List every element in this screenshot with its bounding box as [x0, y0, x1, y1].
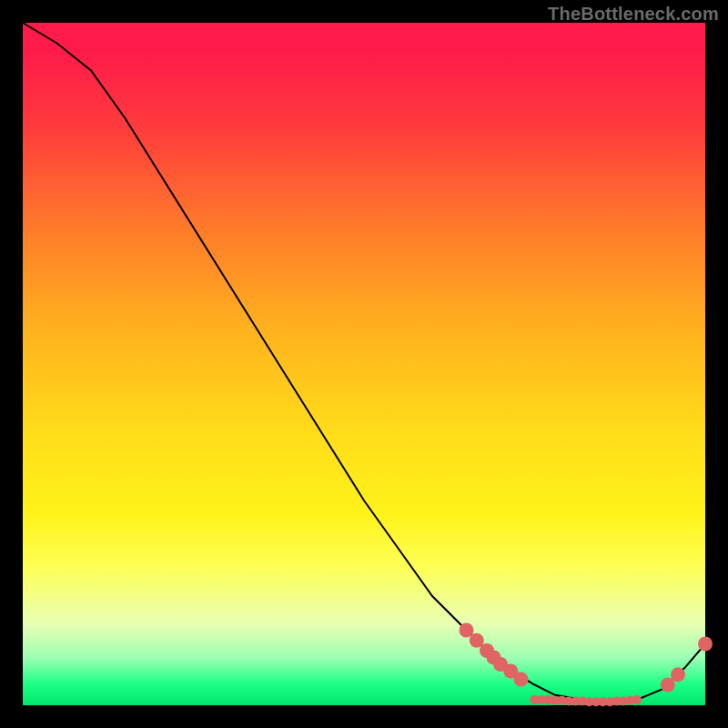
bottleneck-curve [23, 23, 705, 702]
curve-marker [698, 637, 713, 652]
curve-marker [671, 667, 685, 682]
chart-frame: TheBottleneck.com [0, 0, 728, 728]
attribution-watermark: TheBottleneck.com [548, 4, 719, 25]
chart-svg [23, 23, 705, 705]
curve-markers [460, 623, 713, 707]
curve-marker [460, 623, 474, 638]
curve-marker [514, 672, 529, 687]
curve-marker [632, 695, 642, 704]
